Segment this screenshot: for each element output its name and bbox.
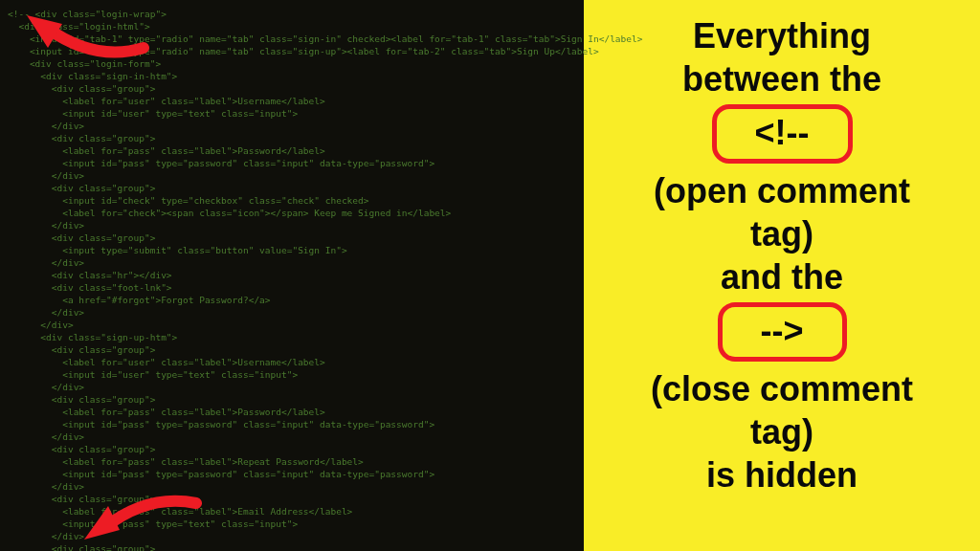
close-comment-tag-box: --> (718, 302, 847, 362)
open-comment-tag-box: <!-- (712, 104, 853, 164)
explain-line-1: Everything (693, 14, 871, 57)
explain-line-7: tag) (750, 410, 813, 453)
explain-line-3: (open comment (654, 169, 910, 212)
code-block: <!-- <div class="login-wrap"> <div class… (8, 8, 584, 551)
code-panel: <!-- <div class="login-wrap"> <div class… (0, 0, 584, 551)
explain-line-2: between the (682, 57, 881, 100)
explain-line-8: is hidden (706, 453, 858, 496)
explain-line-5: and the (721, 255, 843, 298)
explanation-panel: Everything between the <!-- (open commen… (584, 0, 980, 551)
explain-line-6: (close comment (651, 367, 913, 410)
explain-line-4: tag) (750, 212, 813, 255)
